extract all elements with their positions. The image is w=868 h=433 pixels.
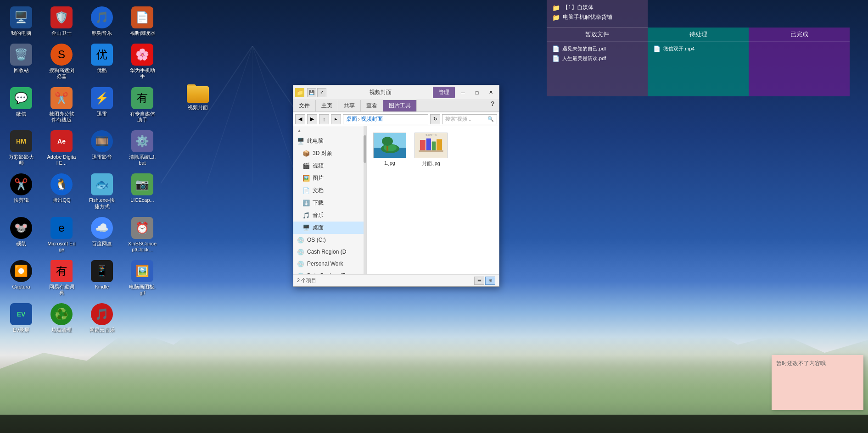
desktop-icon-kuaijian[interactable]: ✂️ 快剪辑 bbox=[5, 172, 38, 211]
file-thumb-cover: 每天学一点 bbox=[414, 133, 448, 158]
desktop-folder-video-cover[interactable]: 视频封面 bbox=[181, 83, 214, 112]
desktop-icon-kindle[interactable]: 📱 Kindle bbox=[85, 258, 118, 298]
svg-rect-15 bbox=[437, 139, 442, 151]
sidebar-item-downloads[interactable]: ⬇️ 下载 bbox=[293, 197, 366, 209]
sidebar-item-personal-work[interactable]: 💿 Personal Work bbox=[293, 258, 366, 270]
sidebar-item-os-c[interactable]: 💿 OS (C:) bbox=[293, 234, 366, 246]
desktop-icon-xunlei-shadow[interactable]: 🎞️ 迅雷影音 bbox=[85, 128, 118, 168]
search-icon: 🔍 bbox=[487, 116, 494, 122]
sticky-file-1[interactable]: 📄 遇见未知的自己.pdf bbox=[552, 45, 642, 52]
desktop-icon-ev[interactable]: EV EV录屏 bbox=[5, 301, 38, 335]
file-item-cover[interactable]: 每天学一点 封面.jpg bbox=[413, 131, 449, 169]
sidebar-item-this-pc[interactable]: 🖥️ 此电脑 bbox=[293, 135, 366, 147]
sidebar-item-data-backup[interactable]: 💿 Data Backup (F: bbox=[293, 270, 366, 274]
sidebar-scrollbar[interactable] bbox=[364, 126, 366, 274]
svg-text:每天学一点: 每天学一点 bbox=[426, 134, 437, 137]
quick-check-btn[interactable]: ✓ bbox=[317, 88, 326, 97]
desktop-icon-huawei[interactable]: 🌸 华为手机助手 bbox=[126, 42, 159, 81]
path-video-cover[interactable]: 视频封面 bbox=[361, 115, 383, 123]
desktop-icon-jinshan[interactable]: 🛡️ 金山卫士 bbox=[45, 5, 78, 38]
svg-rect-13 bbox=[426, 139, 431, 151]
downloads-icon: ⬇️ bbox=[302, 200, 310, 207]
sidebar-scrollbar-thumb[interactable] bbox=[364, 135, 366, 163]
desktop-icon-kugou[interactable]: 🎵 酷狗音乐 bbox=[85, 5, 118, 38]
maximize-button[interactable]: □ bbox=[470, 88, 483, 98]
desktop-icon-youzhuanmei[interactable]: 有 有专自媒体助手 bbox=[126, 85, 159, 125]
sidebar-item-documents[interactable]: 📄 文档 bbox=[293, 184, 366, 197]
sidebar-item-music[interactable]: 🎵 音乐 bbox=[293, 209, 366, 222]
close-button[interactable]: ✕ bbox=[484, 88, 497, 98]
desktop-icon-netease-music[interactable]: 🎵 网易云音乐 bbox=[85, 301, 118, 335]
desktop-icon-fish[interactable]: 🐟 Fish.exe-快捷方式 bbox=[85, 172, 118, 211]
documents-icon: 📄 bbox=[302, 187, 310, 194]
sticky-col-2: 待处理 📄 微信双开.mp4 bbox=[648, 28, 749, 96]
sidebar-item-cash-region[interactable]: 💿 Cash Region (D bbox=[293, 246, 366, 258]
sticky-col-2-header: 待处理 bbox=[648, 28, 749, 42]
sticky-folder-2[interactable]: 📁 电脑手机解忧杂货铺 bbox=[552, 13, 642, 21]
nav-expand-btn[interactable]: ▸ bbox=[331, 114, 341, 124]
desktop-icon-youku[interactable]: 优 优酷 bbox=[85, 42, 118, 81]
search-bar[interactable]: 搜索"视频... 🔍 bbox=[442, 114, 497, 124]
desktop-icon-licecap[interactable]: 📷 LICEcap... bbox=[126, 172, 159, 211]
minimize-button[interactable]: ─ bbox=[457, 88, 470, 98]
address-path[interactable]: 桌面 › 视频封面 bbox=[343, 114, 428, 124]
ribbon: 文件 主页 共享 查看 图片工具 ? bbox=[293, 100, 499, 112]
sticky-folder-section: 📁 【1】自媒体 📁 电脑手机解忧杂货铺 bbox=[547, 0, 648, 28]
ribbon-tab-home[interactable]: 主页 bbox=[316, 100, 338, 111]
pictures-icon: 🖼️ bbox=[302, 175, 310, 182]
desktop-icon-pc-draw[interactable]: 🖼️ 电脑画图板.gif bbox=[126, 258, 159, 298]
desktop-icon-xinbs[interactable]: ⏰ XinBSConceptClock... bbox=[126, 215, 159, 255]
sidebar-item-desktop[interactable]: 🖥️ 桌面 bbox=[293, 222, 366, 234]
desktop-icon-recycle[interactable]: 🗑️ 回收站 bbox=[5, 42, 38, 81]
svg-rect-14 bbox=[432, 142, 436, 151]
up-button[interactable]: ↑ bbox=[319, 114, 329, 124]
path-desktop[interactable]: 桌面 bbox=[346, 115, 357, 123]
desktop-icon-baidu-pan[interactable]: ☁️ 百度网盘 bbox=[85, 215, 118, 255]
sidebar-item-3d[interactable]: 📦 3D 对象 bbox=[293, 147, 366, 160]
desktop-icon-my-computer[interactable]: 🖥️ 我的电脑 bbox=[5, 5, 38, 38]
desktop-icon-youdao[interactable]: 有 网易有道词典 bbox=[45, 258, 78, 298]
desktop-icon-jietuban[interactable]: ✂️ 截图办公软件有线版 bbox=[45, 85, 78, 125]
item-count: 2 个项目 bbox=[297, 277, 316, 284]
desktop-icon-adobe[interactable]: Ae Adobe Digital E... bbox=[45, 128, 78, 168]
this-pc-icon: 🖥️ bbox=[297, 138, 304, 145]
sticky-folder-1[interactable]: 📁 【1】自媒体 bbox=[552, 4, 642, 11]
sidebar-item-video[interactable]: 🎬 视频 bbox=[293, 160, 366, 172]
window-body: ▲ 🖥️ 此电脑 📦 3D 对象 🎬 视频 🖼️ 图片 📄 文档 bbox=[293, 126, 499, 274]
file-item-1[interactable]: 1.jpg bbox=[371, 131, 408, 169]
help-button[interactable]: ? bbox=[486, 100, 499, 107]
file-manager-window: 📁 💾 ✓ 视频封面 管理 ─ □ ✕ 文件 主页 共享 查看 图片工具 ? ◀… bbox=[293, 85, 499, 287]
desktop-icon-sogou[interactable]: S 搜狗高速浏览器 bbox=[45, 42, 78, 81]
view-list-button[interactable]: ☰ bbox=[474, 277, 484, 285]
desktop-icon-xunlei[interactable]: ⚡ 迅雷 bbox=[85, 85, 118, 125]
sidebar-item-pictures[interactable]: 🖼️ 图片 bbox=[293, 172, 366, 184]
desktop-icon-edge[interactable]: e Microsoft Edge bbox=[45, 215, 78, 255]
desktop-icon-fuyin[interactable]: 📄 福昕阅读器 bbox=[126, 5, 159, 38]
desktop-icon-qingjie[interactable]: ⚙️ 清除系统LJ.bat bbox=[126, 128, 159, 168]
ribbon-tab-file[interactable]: 文件 bbox=[293, 100, 316, 111]
desktop-icon-wechat[interactable]: 💬 微信 bbox=[5, 85, 38, 125]
forward-button[interactable]: ▶ bbox=[307, 114, 317, 124]
desktop-icon-wansai[interactable]: HM 万彩影影大师 bbox=[5, 128, 38, 168]
sticky-file-2[interactable]: 📄 人生最美是清欢.pdf bbox=[552, 55, 642, 62]
sidebar-collapse[interactable]: ▲ bbox=[293, 126, 366, 135]
pink-sticky-note[interactable]: 暂时还改不了内容哦 bbox=[772, 355, 863, 410]
titlebar-quick-actions: 💾 ✓ bbox=[307, 88, 326, 97]
back-button[interactable]: ◀ bbox=[295, 114, 305, 124]
sticky-col-1-header: 暂放文件 bbox=[547, 28, 648, 42]
view-large-button[interactable]: ⊞ bbox=[485, 277, 495, 285]
desktop-icon-captura[interactable]: ⏺️ Captura bbox=[5, 258, 38, 298]
ribbon-tab-picture-tools[interactable]: 图片工具 bbox=[383, 100, 417, 111]
sticky-file-3[interactable]: 📄 微信双开.mp4 bbox=[653, 45, 743, 52]
ribbon-tab-share[interactable]: 共享 bbox=[338, 100, 361, 111]
personal-work-icon: 💿 bbox=[297, 260, 304, 267]
svg-point-10 bbox=[382, 137, 393, 146]
manage-tab[interactable]: 管理 bbox=[433, 87, 455, 98]
desktop-icon-qq[interactable]: 🐧 腾讯QQ bbox=[45, 172, 78, 211]
quick-save-btn[interactable]: 💾 bbox=[307, 88, 316, 97]
desktop-icon-trash-clean[interactable]: ♻️ 垃圾清理 bbox=[45, 301, 78, 335]
music-icon: 🎵 bbox=[302, 212, 310, 219]
refresh-btn[interactable]: ↻ bbox=[430, 114, 440, 124]
desktop-icon-shuoshu[interactable]: 🐭 硕鼠 bbox=[5, 215, 38, 255]
ribbon-tab-view[interactable]: 查看 bbox=[361, 100, 383, 111]
